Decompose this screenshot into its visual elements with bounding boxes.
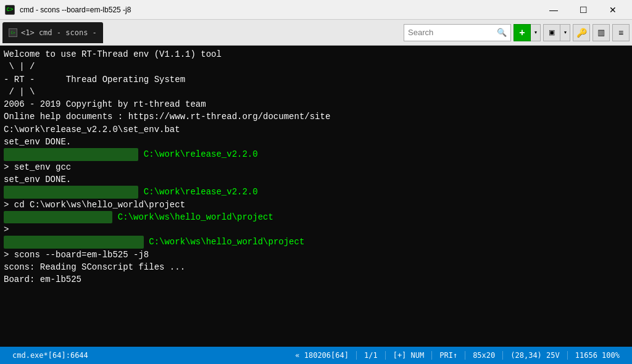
status-pos7: 11656 100%: [568, 351, 627, 360]
status-left: cmd.exe*[64]:6644: [5, 351, 96, 360]
tab-icon: C>: [9, 28, 17, 37]
monitor-dropdown-button[interactable]: ▾: [560, 24, 570, 41]
terminal-line-13: > cd C:\work\ws\hello_world\project: [4, 199, 628, 211]
redacted-block-3: [4, 211, 112, 223]
terminal-area[interactable]: Welcome to use RT-Thread env (V1.1.1) to…: [0, 46, 632, 347]
terminal-line-11: set_env DONE.: [4, 173, 628, 186]
redacted-block-4: [4, 236, 144, 248]
terminal-tab[interactable]: C> <1> cmd - scons -: [2, 22, 103, 43]
terminal-line-16: C:\work\ws\hello_world\project: [4, 236, 628, 248]
redacted-block-1: [4, 148, 138, 160]
monitor-button-group: ▣ ▾: [543, 24, 570, 41]
status-right: « 180206[64] 1/1 [+] NUM PRI↑ 85x20 (28,…: [288, 351, 627, 360]
terminal-line-12: C:\work\release_v2.2.0: [4, 186, 628, 198]
app-icon: C>: [5, 5, 15, 15]
monitor-button[interactable]: ▣: [543, 24, 560, 41]
add-button-group: + ▾: [514, 24, 541, 41]
terminal-line-19: Board: em-lb525: [4, 273, 628, 286]
search-input[interactable]: [408, 28, 494, 37]
window-controls: — ☐ ✕: [539, 0, 627, 20]
status-pos6: (28,34) 25V: [503, 351, 567, 360]
terminal-line-7: C:\work\release_v2.2.0\set_env.bat: [4, 123, 628, 136]
status-pos2: 1/1: [357, 351, 386, 360]
status-pos1: « 180206[64]: [288, 351, 357, 360]
minimize-button[interactable]: —: [539, 0, 568, 20]
add-dropdown-button[interactable]: ▾: [531, 24, 541, 41]
terminal-line-10: > set_env gcc: [4, 161, 628, 173]
search-icon: 🔍: [497, 28, 507, 38]
terminal-line-5: 2006 - 2019 Copyright by rt-thread team: [4, 98, 628, 110]
terminal-line-6: Online help documents : https://www.rt-t…: [4, 110, 628, 123]
status-bar: cmd.exe*[64]:6644 « 180206[64] 1/1 [+] N…: [0, 347, 632, 364]
close-button[interactable]: ✕: [599, 0, 627, 20]
status-pos3: [+] NUM: [386, 351, 433, 360]
terminal-line-1: Welcome to use RT-Thread env (V1.1.1) to…: [4, 48, 628, 60]
terminal-line-18: scons: Reading SConscript files ...: [4, 261, 628, 273]
path-text-3: C:\work\ws\hello_world\project: [112, 211, 273, 223]
key-button[interactable]: 🔑: [573, 24, 590, 41]
terminal-line-8: set_env DONE.: [4, 136, 628, 148]
menu-button[interactable]: ≡: [612, 24, 630, 41]
title-bar: C> cmd - scons --board=em-lb525 -j8 — ☐ …: [0, 0, 632, 20]
panel-button[interactable]: ▥: [592, 24, 610, 41]
terminal-line-17: > scons --board=em-lb525 -j8: [4, 249, 628, 261]
status-process: cmd.exe*[64]:6644: [5, 351, 96, 360]
add-button[interactable]: +: [514, 24, 531, 41]
search-box: 🔍: [404, 24, 511, 41]
tab-label: <1> cmd - scons -: [21, 28, 97, 37]
terminal-line-15: >: [4, 223, 628, 236]
path-text-1: C:\work\release_v2.2.0: [138, 148, 257, 160]
terminal-line-3: - RT - Thread Operating System: [4, 73, 628, 86]
path-text-2: C:\work\release_v2.2.0: [138, 186, 257, 198]
terminal-line-2: \ | /: [4, 60, 628, 73]
maximize-button[interactable]: ☐: [569, 0, 597, 20]
search-container: 🔍 + ▾ ▣ ▾ 🔑 ▥ ≡: [404, 24, 630, 41]
status-pos4: PRI↑: [432, 351, 465, 360]
terminal-line-9: C:\work\release_v2.2.0: [4, 148, 628, 160]
terminal-line-4: / | \: [4, 86, 628, 98]
terminal-line-14: C:\work\ws\hello_world\project: [4, 211, 628, 223]
path-text-4: C:\work\ws\hello_world\project: [144, 236, 304, 248]
redacted-block-2: [4, 186, 138, 198]
toolbar: C> <1> cmd - scons - 🔍 + ▾ ▣ ▾ 🔑 ▥ ≡: [0, 20, 632, 46]
status-pos5: 85x20: [465, 351, 503, 360]
window-title: cmd - scons --board=em-lb525 -j8: [20, 6, 534, 14]
